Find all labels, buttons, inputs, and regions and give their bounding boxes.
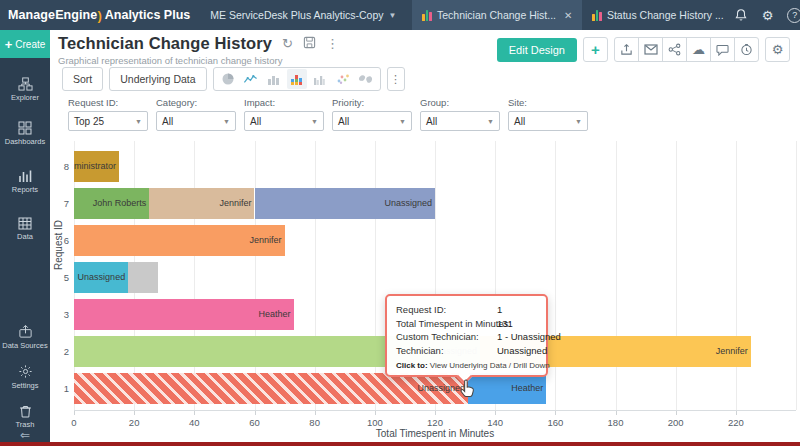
scatter-chart-icon[interactable] <box>333 69 353 89</box>
comment-icon[interactable] <box>710 37 735 62</box>
bar-segment[interactable]: Unassigned <box>74 262 128 293</box>
impact-filter-select[interactable]: All▼ <box>244 111 324 131</box>
edit-design-button[interactable]: Edit Design <box>497 38 577 62</box>
close-icon[interactable]: ✕ <box>564 10 572 21</box>
help-icon[interactable]: ? <box>787 8 800 23</box>
workspace-dropdown[interactable]: ME ServiceDesk Plus Analytics-Copy ▼ <box>200 0 406 30</box>
add-button[interactable]: + <box>583 37 608 62</box>
gridline <box>375 141 376 410</box>
bar-segment[interactable]: Jennifer <box>74 225 285 256</box>
sidebar-item-settings[interactable]: Settings <box>0 364 50 390</box>
chevron-down-icon: ▼ <box>389 11 397 20</box>
site-filter-select[interactable]: All▼ <box>508 111 588 131</box>
sidebar-item-data[interactable]: Data <box>0 217 50 241</box>
left-sidebar: + Create Explorer Dashboards Reports Dat… <box>0 30 50 446</box>
y-category-label: 6 <box>53 235 69 246</box>
data-table-icon <box>18 217 32 230</box>
mouse-cursor-icon <box>458 378 477 403</box>
header-actions: Edit Design + ☁ ⚙ <box>497 37 790 62</box>
sidebar-item-trash[interactable]: Trash <box>0 404 50 429</box>
email-icon[interactable] <box>638 37 663 62</box>
tab-status-change-history[interactable]: Status Change History ... <box>582 0 733 30</box>
x-tick-label: 20 <box>129 417 140 428</box>
underlying-data-button[interactable]: Underlying Data <box>109 67 206 91</box>
sort-button[interactable]: Sort <box>62 67 103 91</box>
category-filter-select[interactable]: All▼ <box>156 111 236 131</box>
filter-value: All <box>426 116 437 127</box>
sidebar-item-data-sources[interactable]: Data Sources <box>0 324 50 350</box>
gridline <box>194 141 195 410</box>
sidebar-item-dashboards[interactable]: Dashboards <box>0 121 50 146</box>
axis-tick <box>736 411 737 415</box>
filter-label: Site: <box>508 97 588 108</box>
refresh-icon[interactable]: ↻ <box>282 37 293 50</box>
settings-gear-icon[interactable]: ⚙ <box>762 9 774 22</box>
sidebar-item-label: Reports <box>0 185 50 194</box>
share-icon[interactable] <box>662 37 687 62</box>
pie-chart-icon[interactable] <box>218 69 238 89</box>
x-tick-label: 0 <box>71 417 76 428</box>
map-chart-icon[interactable] <box>356 69 376 89</box>
chart-type-selector <box>213 67 381 91</box>
group-filter-select[interactable]: All▼ <box>420 111 500 131</box>
filter-value: All <box>250 116 261 127</box>
topbar-actions: ⚙ ? <box>734 0 800 30</box>
bar-segment[interactable]: Heather <box>74 299 294 330</box>
x-tick-label: 80 <box>309 417 320 428</box>
y-category-label: 1 <box>53 383 69 394</box>
bar-segment[interactable]: Unassigned <box>255 188 436 219</box>
axis-tick <box>435 411 436 415</box>
notifications-bell-icon[interactable] <box>734 8 748 22</box>
tab-technician-change-history[interactable]: Technician Change Hist... ✕ <box>412 0 582 30</box>
chevron-down-icon: ▼ <box>311 118 318 125</box>
tab-label: Status Change History ... <box>607 9 724 21</box>
bar-chart-icon[interactable] <box>264 69 284 89</box>
collapse-sidebar-icon[interactable]: ⇐ <box>0 428 50 442</box>
bar-segment[interactable]: John Roberts <box>74 188 149 219</box>
chevron-down-icon: ▼ <box>575 118 582 125</box>
filter-site: Site: All▼ <box>508 97 588 131</box>
plus-icon: + <box>5 38 13 51</box>
more-options-icon[interactable]: ⋮ <box>326 37 339 50</box>
bar-segment[interactable] <box>128 262 158 293</box>
settings-gear-icon <box>18 364 33 379</box>
bar-chart-icon <box>592 10 602 21</box>
x-axis-line <box>74 410 796 411</box>
priority-filter-select[interactable]: All▼ <box>332 111 412 131</box>
bar-segment[interactable]: Jennifer <box>149 188 254 219</box>
bar-segment[interactable]: administrator <box>74 151 119 182</box>
bar-segment[interactable]: Unassigned <box>74 373 468 404</box>
sidebar-item-label: Explorer <box>0 93 50 102</box>
report-settings-gear-icon[interactable]: ⚙ <box>765 37 790 62</box>
chart-tooltip: Request ID:1 Total Timespent in Minutes:… <box>385 294 548 377</box>
request-id-filter-select[interactable]: Top 25▼ <box>68 111 148 131</box>
sidebar-item-reports[interactable]: Reports <box>0 169 50 194</box>
filter-value: Top 25 <box>74 116 104 127</box>
x-tick-label: 40 <box>189 417 200 428</box>
data-sources-icon <box>18 324 33 339</box>
screen-border-line <box>0 442 800 446</box>
export-icon[interactable] <box>614 37 639 62</box>
bar-segment[interactable]: Heather <box>468 373 546 404</box>
sidebar-item-label: Data <box>0 232 50 241</box>
gridline <box>676 141 677 410</box>
create-button[interactable]: + Create <box>0 30 50 58</box>
stacked-bar-chart: Request ID Total Timespent in Minutes 02… <box>50 30 800 446</box>
sidebar-item-label: Data Sources <box>0 341 50 350</box>
save-icon[interactable] <box>303 36 316 51</box>
axis-tick <box>315 411 316 415</box>
alert-clock-icon[interactable] <box>734 37 759 62</box>
filter-value: All <box>338 116 349 127</box>
gridline <box>555 141 556 410</box>
bar-segment-label: Unassigned <box>384 188 432 219</box>
stacked-bar-chart-icon[interactable] <box>287 69 307 89</box>
sidebar-item-explorer[interactable]: Explorer <box>0 77 50 102</box>
cloud-icon[interactable]: ☁ <box>686 37 711 62</box>
axis-tick <box>255 411 256 415</box>
x-tick-label: 220 <box>728 417 744 428</box>
tooltip-row: Total Timespent in Minutes:131 <box>396 317 538 331</box>
tooltip-click-hint[interactable]: Click to: View Underlying Data / Drill D… <box>396 361 538 370</box>
grouped-bar-chart-icon[interactable] <box>310 69 330 89</box>
line-chart-icon[interactable] <box>241 69 261 89</box>
more-chart-types-icon[interactable]: ⋮ <box>387 67 405 91</box>
